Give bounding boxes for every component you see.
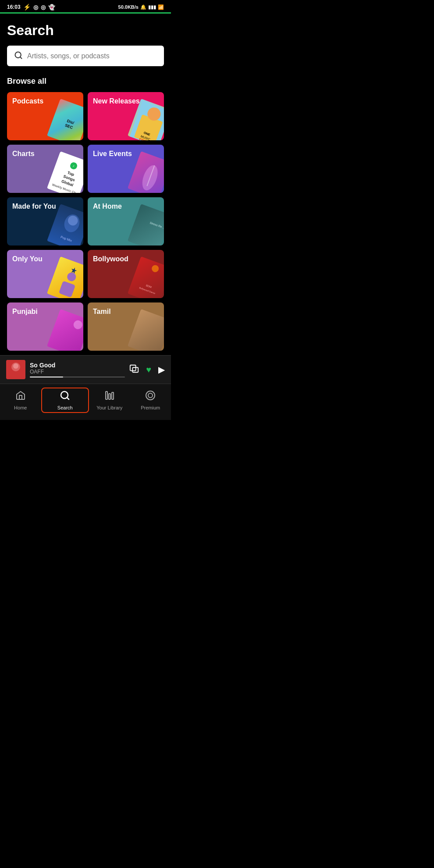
now-playing-artist: OAFF <box>30 369 125 375</box>
card-art-bollywood: BDM Bollywood Dance <box>128 256 164 298</box>
now-playing-title: So Good <box>30 362 125 369</box>
time-display: 16:03 <box>7 4 21 10</box>
category-card-live-events[interactable]: Live Events <box>88 145 164 193</box>
svg-point-32 <box>13 363 18 369</box>
now-playing-progress <box>30 377 125 377</box>
bell-icon: 🔔 <box>140 4 146 10</box>
svg-line-1 <box>20 57 22 59</box>
svg-rect-37 <box>106 391 107 399</box>
category-label-at-home: At Home <box>93 203 122 210</box>
network-speed: 50.0KB/s <box>118 4 139 10</box>
category-card-at-home[interactable]: At Home Stress Re... <box>88 197 164 245</box>
category-card-punjabi[interactable]: Punjabi <box>7 302 83 351</box>
main-content: Search Browse all Podcasts Dis/SEC New R… <box>0 14 171 355</box>
now-playing-controls: ♥ ▶ <box>129 364 165 376</box>
category-card-tamil[interactable]: Tamil <box>88 302 164 351</box>
search-input[interactable] <box>27 52 157 60</box>
now-playing-progress-fill <box>30 377 63 377</box>
now-playing-artwork <box>6 360 25 379</box>
card-art-at-home: Stress Re... <box>128 204 164 245</box>
now-playing-thumb <box>6 360 25 379</box>
play-icon[interactable]: ▶ <box>158 364 165 375</box>
nav-item-search[interactable]: Search <box>41 388 89 413</box>
category-card-made-for-you[interactable]: Made for You Pop Mix <box>7 197 83 245</box>
category-card-new-releases[interactable]: New Releases ONE MUSIC FRIDA <box>88 92 164 140</box>
wifi-icon: 📶 <box>158 4 164 10</box>
search-nav-icon <box>60 390 70 403</box>
category-label-charts: Charts <box>12 150 35 158</box>
search-icon <box>14 51 23 61</box>
status-left: 16:03 ⚡ ◎ ◎ 👻 <box>7 4 55 11</box>
signal-icon: ▮▮▮ <box>148 4 156 10</box>
nav-label-library: Your Library <box>96 405 122 410</box>
card-art-live-events <box>128 151 164 193</box>
app-icon-1: ◎ <box>33 4 38 11</box>
svg-rect-29 <box>128 309 164 351</box>
card-art-punjabi <box>47 309 83 351</box>
category-label-tamil: Tamil <box>93 308 111 316</box>
nav-label-search: Search <box>57 405 73 410</box>
nav-label-home: Home <box>14 405 27 410</box>
card-art-charts: ♪ TopSongsGlobal Weekly Music Ch... <box>47 151 83 193</box>
page-title: Search <box>7 22 164 39</box>
search-bar[interactable] <box>7 46 164 66</box>
heart-icon[interactable]: ♥ <box>146 365 151 375</box>
svg-point-40 <box>146 391 155 400</box>
card-art-only-you <box>47 256 83 298</box>
category-label-new-releases: New Releases <box>93 97 140 105</box>
svg-rect-38 <box>109 394 110 399</box>
category-label-punjabi: Punjabi <box>12 308 38 316</box>
svg-point-41 <box>148 393 153 398</box>
bottom-nav: Home Search Your Library Premium <box>0 384 171 420</box>
status-bar: 16:03 ⚡ ◎ ◎ 👻 50.0KB/s 🔔 ▮▮▮ 📶 <box>0 0 171 12</box>
category-card-only-you[interactable]: Only You <box>7 250 83 298</box>
svg-line-36 <box>67 398 69 399</box>
category-card-podcasts[interactable]: Podcasts Dis/SEC <box>7 92 83 140</box>
status-right: 50.0KB/s 🔔 ▮▮▮ 📶 <box>118 4 164 10</box>
bolt-icon: ⚡ <box>23 4 31 11</box>
premium-icon <box>145 390 156 403</box>
card-art-tamil <box>128 309 164 351</box>
home-icon <box>15 390 26 403</box>
category-label-live-events: Live Events <box>93 150 132 158</box>
category-label-made-for-you: Made for You <box>12 203 56 210</box>
category-label-bollywood: Bollywood <box>93 255 128 263</box>
nav-item-premium[interactable]: Premium <box>130 388 171 412</box>
nav-label-premium: Premium <box>141 405 160 410</box>
now-playing-info: So Good OAFF <box>30 362 125 377</box>
category-grid: Podcasts Dis/SEC New Releases ONE MUSIC <box>7 92 164 355</box>
category-card-bollywood[interactable]: Bollywood BDM Bollywood Dance <box>88 250 164 298</box>
device-icon[interactable] <box>129 364 139 376</box>
nav-item-home[interactable]: Home <box>0 388 41 412</box>
svg-rect-39 <box>112 392 114 399</box>
svg-rect-27 <box>47 309 83 351</box>
card-art-podcasts: Dis/SEC <box>47 99 83 140</box>
svg-rect-23 <box>128 256 164 298</box>
browse-all-heading: Browse all <box>7 77 164 86</box>
category-label-podcasts: Podcasts <box>12 97 43 105</box>
app-icon-2: ◎ <box>41 4 46 11</box>
app-icon-3: 👻 <box>48 4 55 11</box>
library-icon <box>104 390 115 403</box>
nav-item-library[interactable]: Your Library <box>89 388 130 412</box>
category-card-charts[interactable]: Charts ♪ TopSongsGlobal Weekly Music Ch.… <box>7 145 83 193</box>
category-label-only-you: Only You <box>12 255 43 263</box>
now-playing-bar[interactable]: So Good OAFF ♥ ▶ <box>0 355 171 384</box>
